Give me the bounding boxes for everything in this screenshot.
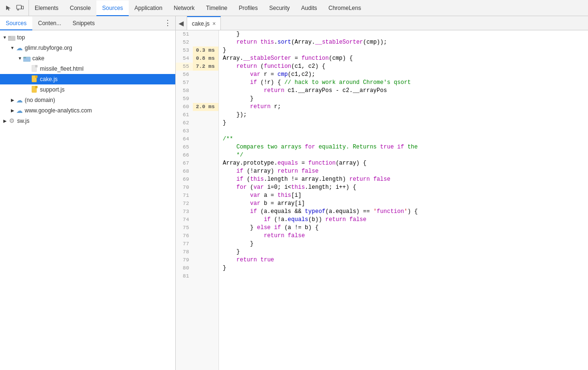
no-expand-support-icon xyxy=(25,87,30,92)
cloud-icon-glimr xyxy=(15,44,24,52)
tab-application[interactable]: Application xyxy=(129,0,168,16)
left-panel: Sources Conten... Snippets ⋮ top glimr.r… xyxy=(0,16,176,370)
no-expand-icon xyxy=(25,66,30,72)
tab-timeline[interactable]: Timeline xyxy=(200,0,233,16)
no-expand-cake-js-icon xyxy=(25,76,30,82)
sources-subtab-snippets[interactable]: Snippets xyxy=(67,17,101,30)
folder-cake-icon xyxy=(23,55,31,62)
expand-sw-icon xyxy=(2,118,8,124)
tree-item-support-js[interactable]: support.js xyxy=(0,84,175,95)
expand-ga-icon xyxy=(9,108,15,113)
svg-rect-5 xyxy=(8,36,11,37)
item-label-sw-js: sw.js xyxy=(17,117,29,125)
item-label-support-js: support.js xyxy=(40,85,65,94)
expand-cake-icon xyxy=(17,56,23,61)
cursor-icon[interactable] xyxy=(4,3,13,13)
svg-rect-11 xyxy=(35,75,38,78)
tree-item-cake-js[interactable]: cake.js xyxy=(0,74,175,84)
sources-more-button[interactable]: ⋮ xyxy=(160,16,175,30)
expand-no-domain-icon xyxy=(9,97,15,103)
nav-icons xyxy=(0,0,29,16)
svg-rect-9 xyxy=(35,65,38,67)
svg-rect-0 xyxy=(17,5,21,9)
device-icon[interactable] xyxy=(15,3,25,13)
sources-subtab-content[interactable]: Conten... xyxy=(32,17,67,30)
nav-tabs: Elements Console Sources Application Net… xyxy=(29,0,588,16)
tab-profiles[interactable]: Profiles xyxy=(233,0,264,16)
folder-icon xyxy=(8,34,16,41)
svg-rect-7 xyxy=(23,57,26,58)
file-tab-close-button[interactable]: × xyxy=(212,20,216,27)
tab-sources[interactable]: Sources xyxy=(96,0,129,16)
item-label-glimr: glimr.rubyforge.org xyxy=(25,44,72,52)
svg-rect-13 xyxy=(35,86,38,88)
gear-sw-icon: ⚙ xyxy=(8,117,16,125)
tree-item-google-analytics[interactable]: www.google-analytics.com xyxy=(0,105,175,116)
item-label-google-analytics: www.google-analytics.com xyxy=(25,106,92,115)
svg-rect-1 xyxy=(22,6,24,9)
cloud-icon-ga xyxy=(15,107,24,114)
file-tree: top glimr.rubyforge.org cake xyxy=(0,30,175,370)
tab-elements[interactable]: Elements xyxy=(29,0,64,16)
tree-item-no-domain[interactable]: (no domain) xyxy=(0,95,175,105)
html-file-icon xyxy=(30,65,39,73)
tree-item-missile-fleet[interactable]: missile_fleet.html xyxy=(0,64,175,74)
file-tab-cake-js[interactable]: cake.js × xyxy=(187,16,221,30)
tab-network[interactable]: Network xyxy=(168,0,200,16)
right-panel: ◀ cake.js × 5152530.3 ms540.8 ms557.2 ms… xyxy=(176,16,588,370)
item-label-missile-fleet: missile_fleet.html xyxy=(40,65,84,73)
cloud-icon-no-domain xyxy=(15,96,24,104)
devtools-nav: Elements Console Sources Application Net… xyxy=(0,0,588,16)
item-label-cake-js: cake.js xyxy=(40,75,57,83)
item-label-top: top xyxy=(17,33,25,42)
expand-top-icon xyxy=(2,35,8,40)
tree-item-glimr[interactable]: glimr.rubyforge.org xyxy=(0,43,175,53)
tree-item-top[interactable]: top xyxy=(0,32,175,43)
line-numbers: 5152530.3 ms540.8 ms557.2 ms56575859602.… xyxy=(176,30,219,370)
tree-item-sw-js[interactable]: ⚙ sw.js xyxy=(0,116,175,126)
file-tab-label: cake.js xyxy=(192,20,209,27)
expand-glimr-icon xyxy=(9,45,15,51)
code-container[interactable]: 5152530.3 ms540.8 ms557.2 ms56575859602.… xyxy=(176,30,588,370)
tree-item-cake-folder[interactable]: cake xyxy=(0,53,175,64)
sources-tabs: Sources Conten... Snippets ⋮ xyxy=(0,16,175,30)
tab-chromelens[interactable]: ChromeLens xyxy=(322,0,367,16)
file-tabs: ◀ cake.js × xyxy=(176,16,588,30)
js-file-icon xyxy=(30,75,39,83)
js-support-file-icon xyxy=(30,86,39,93)
tab-security[interactable]: Security xyxy=(264,0,295,16)
item-label-no-domain: (no domain) xyxy=(25,96,55,104)
file-tab-nav-button[interactable]: ◀ xyxy=(176,16,187,30)
tab-console[interactable]: Console xyxy=(64,0,96,16)
item-label-cake-folder: cake xyxy=(32,54,44,63)
tab-audits[interactable]: Audits xyxy=(295,0,322,16)
main-container: Sources Conten... Snippets ⋮ top glimr.r… xyxy=(0,16,588,370)
sources-subtab-sources[interactable]: Sources xyxy=(0,17,32,30)
code-content: } return this.sort(Array.__stableSorter(… xyxy=(219,30,588,370)
